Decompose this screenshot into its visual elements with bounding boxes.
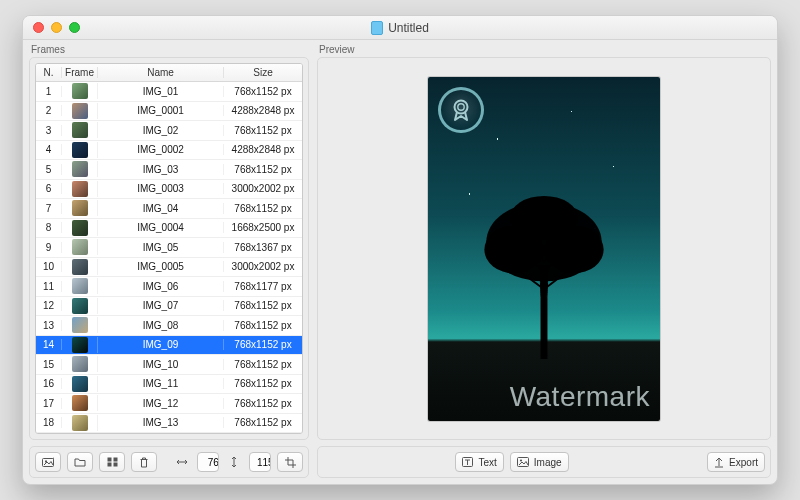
cell-name: IMG_11 xyxy=(98,378,224,389)
table-row[interactable]: 12IMG_07768x1152 px xyxy=(36,297,302,317)
table-row[interactable]: 11IMG_06768x1177 px xyxy=(36,277,302,297)
frames-toolbar: + xyxy=(29,446,309,478)
preview-panel: Watermark xyxy=(317,57,771,440)
document-icon xyxy=(371,21,383,35)
thumbnail-icon xyxy=(72,298,88,314)
thumbnail-icon xyxy=(72,415,88,431)
table-row[interactable]: 3IMG_02768x1152 px xyxy=(36,121,302,141)
cell-n: 1 xyxy=(36,86,62,97)
table-row[interactable]: 4IMG_00024288x2848 px xyxy=(36,141,302,161)
col-frame[interactable]: Frame xyxy=(62,67,98,78)
cell-n: 9 xyxy=(36,242,62,253)
cell-size: 768x1152 px xyxy=(224,300,302,311)
cell-size: 3000x2002 px xyxy=(224,261,302,272)
cell-name: IMG_06 xyxy=(98,281,224,292)
width-field[interactable]: ▲▼ xyxy=(197,452,219,472)
image-button-label: Image xyxy=(534,457,562,468)
cell-thumb xyxy=(62,103,98,119)
svg-rect-5 xyxy=(107,463,111,467)
table-row[interactable]: 2IMG_00014288x2848 px xyxy=(36,102,302,122)
cell-name: IMG_0001 xyxy=(98,105,224,116)
titlebar: Untitled xyxy=(23,16,777,40)
thumbnail-icon xyxy=(72,200,88,216)
svg-rect-6 xyxy=(113,463,117,467)
cell-name: IMG_08 xyxy=(98,320,224,331)
window-title-text: Untitled xyxy=(388,21,429,35)
export-button[interactable]: Export xyxy=(707,452,765,472)
preview-image: Watermark xyxy=(428,77,660,421)
cell-name: IMG_0002 xyxy=(98,144,224,155)
cell-name: IMG_09 xyxy=(98,339,224,350)
thumbnail-icon xyxy=(72,161,88,177)
cell-thumb xyxy=(62,395,98,411)
cell-size: 4288x2848 px xyxy=(224,144,302,155)
table-row[interactable]: 7IMG_04768x1152 px xyxy=(36,199,302,219)
frames-table-header: N. Frame Name Size xyxy=(36,64,302,82)
height-input[interactable] xyxy=(250,456,271,469)
table-row[interactable]: 9IMG_05768x1367 px xyxy=(36,238,302,258)
table-row[interactable]: 17IMG_12768x1152 px xyxy=(36,394,302,414)
cell-size: 768x1152 px xyxy=(224,164,302,175)
minimize-window-button[interactable] xyxy=(51,22,62,33)
frames-panel-label: Frames xyxy=(29,40,309,57)
width-input[interactable] xyxy=(198,456,219,469)
frames-table[interactable]: N. Frame Name Size 1IMG_01768x1152 px2IM… xyxy=(35,63,303,434)
cell-name: IMG_03 xyxy=(98,164,224,175)
delete-button[interactable] xyxy=(131,452,157,472)
cell-size: 4288x2848 px xyxy=(224,105,302,116)
height-field[interactable]: ▲▼ xyxy=(249,452,271,472)
cell-thumb xyxy=(62,415,98,431)
cell-name: IMG_05 xyxy=(98,242,224,253)
window-title: Untitled xyxy=(23,21,777,35)
cell-name: IMG_0003 xyxy=(98,183,224,194)
cell-n: 2 xyxy=(36,105,62,116)
grid-view-button[interactable] xyxy=(99,452,125,472)
table-row[interactable]: 18IMG_13768x1152 px xyxy=(36,414,302,434)
cell-name: IMG_07 xyxy=(98,300,224,311)
table-row[interactable]: 15IMG_10768x1152 px xyxy=(36,355,302,375)
image-icon xyxy=(517,457,529,467)
thumbnail-icon xyxy=(72,142,88,158)
col-size[interactable]: Size xyxy=(224,67,302,78)
cell-size: 768x1152 px xyxy=(224,320,302,331)
table-row[interactable]: 8IMG_00041668x2500 px xyxy=(36,219,302,239)
table-row[interactable]: 6IMG_00033000x2002 px xyxy=(36,180,302,200)
col-name[interactable]: Name xyxy=(98,67,224,78)
cell-thumb xyxy=(62,200,98,216)
table-row[interactable]: 13IMG_08768x1152 px xyxy=(36,316,302,336)
cell-n: 5 xyxy=(36,164,62,175)
add-text-watermark-button[interactable]: Text xyxy=(455,452,503,472)
cell-n: 8 xyxy=(36,222,62,233)
cell-size: 768x1152 px xyxy=(224,86,302,97)
thumbnail-icon xyxy=(72,220,88,236)
app-window: Untitled Frames N. Frame Name Size 1IMG xyxy=(22,15,778,485)
award-badge-icon xyxy=(438,87,484,133)
add-folder-button[interactable] xyxy=(67,452,93,472)
cell-thumb xyxy=(62,259,98,275)
add-images-button[interactable]: + xyxy=(35,452,61,472)
cell-n: 14 xyxy=(36,339,62,350)
cell-n: 7 xyxy=(36,203,62,214)
table-row[interactable]: 5IMG_03768x1152 px xyxy=(36,160,302,180)
thumbnail-icon xyxy=(72,278,88,294)
crop-button[interactable] xyxy=(277,452,303,472)
preview-toolbar: Text Image Export xyxy=(317,446,771,478)
cell-size: 768x1177 px xyxy=(224,281,302,292)
table-row[interactable]: 14IMG_09768x1152 px xyxy=(36,336,302,356)
cell-n: 15 xyxy=(36,359,62,370)
close-window-button[interactable] xyxy=(33,22,44,33)
thumbnail-icon xyxy=(72,376,88,392)
cell-thumb xyxy=(62,356,98,372)
zoom-window-button[interactable] xyxy=(69,22,80,33)
table-row[interactable]: 16IMG_11768x1152 px xyxy=(36,375,302,395)
table-row[interactable]: 1IMG_01768x1152 px xyxy=(36,82,302,102)
cell-thumb xyxy=(62,122,98,138)
cell-size: 768x1152 px xyxy=(224,339,302,350)
cell-size: 768x1152 px xyxy=(224,359,302,370)
cell-n: 16 xyxy=(36,378,62,389)
svg-point-8 xyxy=(458,103,464,109)
col-n[interactable]: N. xyxy=(36,67,62,78)
cell-size: 768x1152 px xyxy=(224,378,302,389)
add-image-watermark-button[interactable]: Image xyxy=(510,452,569,472)
table-row[interactable]: 10IMG_00053000x2002 px xyxy=(36,258,302,278)
